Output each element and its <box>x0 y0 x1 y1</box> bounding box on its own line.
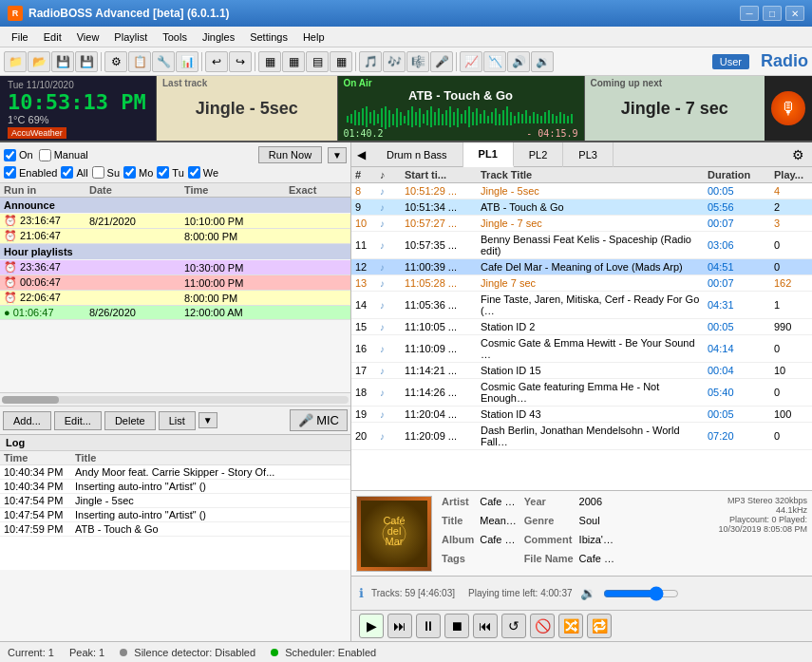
menu-playlist[interactable]: Playlist <box>106 28 155 47</box>
all-checkbox-label[interactable]: All <box>61 166 87 179</box>
tb-stat1[interactable]: 📈 <box>460 51 482 72</box>
tb-btn7[interactable]: ▤ <box>306 51 329 72</box>
menu-help[interactable]: Help <box>295 28 332 47</box>
tb-new[interactable]: 📁 <box>4 51 27 72</box>
enabled-checkbox-label[interactable]: Enabled <box>4 166 57 179</box>
pl-row-4[interactable]: 12 ♪ 11:00:39 ... Cafe Del Mar - Meaning… <box>351 259 812 275</box>
hour-row-1[interactable]: ⏰ 23:36:47 10:30:00 PM <box>0 260 350 275</box>
loop-button[interactable]: ↺ <box>501 614 526 638</box>
su-checkbox-label[interactable]: Su <box>92 166 120 179</box>
mute-button[interactable]: 🚫 <box>530 614 555 638</box>
tb-redo[interactable]: ↪ <box>229 51 252 72</box>
list-dropdown[interactable]: ▼ <box>198 412 217 428</box>
close-button[interactable]: ✕ <box>785 6 804 21</box>
pl-row-7[interactable]: 15 ♪ 11:10:05 ... Station ID 2 00:05 990 <box>351 319 812 335</box>
pl-row-9[interactable]: 17 ♪ 11:14:21 ... Station ID 15 00:04 10 <box>351 363 812 379</box>
announce-row-2[interactable]: ⏰ 21:06:47 8:00:00 PM <box>0 229 350 244</box>
pl-row-1[interactable]: 9 ♪ 10:51:34 ... ATB - Touch & Go 05:56 … <box>351 199 812 216</box>
manual-checkbox[interactable] <box>39 149 51 161</box>
svg-rect-41 <box>502 110 504 125</box>
hour-row-2[interactable]: ⏰ 00:06:47 11:00:00 PM <box>0 275 350 291</box>
mic-button[interactable]: 🎤 MIC <box>290 409 348 431</box>
we-checkbox[interactable] <box>188 166 200 179</box>
rewind-button[interactable]: ⏮ <box>473 614 498 638</box>
tab-pl1[interactable]: PL1 <box>463 142 514 167</box>
pl-row-8[interactable]: 16 ♪ 11:10:09 ... Cosmic Gate & Emma Hew… <box>351 335 812 363</box>
tb-music4[interactable]: 🎤 <box>430 51 453 72</box>
menu-settings[interactable]: Settings <box>242 28 295 47</box>
minimize-button[interactable]: ─ <box>740 6 759 21</box>
shuffle-button[interactable]: 🔀 <box>558 614 583 638</box>
edit-button[interactable]: Edit... <box>54 411 102 430</box>
play-button[interactable]: ▶ <box>359 614 384 638</box>
pl-row-12[interactable]: 20 ♪ 11:20:09 ... Dash Berlin, Jonathan … <box>351 423 812 450</box>
tb-save2[interactable]: 💾 <box>75 51 98 72</box>
run-now-dropdown[interactable]: ▼ <box>328 147 347 163</box>
tb-save[interactable]: 💾 <box>51 51 74 72</box>
tb-music3[interactable]: 🎼 <box>406 51 429 72</box>
tb-music2[interactable]: 🎶 <box>383 51 406 72</box>
su-checkbox[interactable] <box>92 166 104 179</box>
hour-row-3[interactable]: ⏰ 22:06:47 8:00:00 PM <box>0 291 350 306</box>
playlist-table[interactable]: # ♪ Start ti... Track Title Duration Pla… <box>351 167 812 490</box>
tb-stat2[interactable]: 📉 <box>483 51 506 72</box>
tb-btn8[interactable]: ▦ <box>330 51 352 72</box>
pl-row-3[interactable]: 11 ♪ 10:57:35 ... Benny Benassi Feat Kel… <box>351 232 812 259</box>
list-button[interactable]: List <box>159 411 196 430</box>
announce-label: Announce <box>4 199 55 211</box>
pl-row-11[interactable]: 19 ♪ 11:20:04 ... Station ID 43 00:05 10… <box>351 407 812 423</box>
pl-row-5[interactable]: 13 ♪ 11:05:28 ... Jingle 7 sec 00:07 162 <box>351 275 812 292</box>
svg-rect-49 <box>533 112 535 123</box>
tu-checkbox-label[interactable]: Tu <box>157 166 183 179</box>
tb-props[interactable]: 📋 <box>128 51 151 72</box>
tb-btn4[interactable]: 📊 <box>176 51 198 72</box>
announce-row-1[interactable]: ⏰ 23:16:47 8/21/2020 10:10:00 PM <box>0 214 350 229</box>
mo-checkbox-label[interactable]: Mo <box>123 166 153 179</box>
tb-vol[interactable]: 🔊 <box>507 51 530 72</box>
log-scroll[interactable]: 10:40:34 PM Andy Moor feat. Carrie Skipp… <box>0 465 350 570</box>
repeat-button[interactable]: 🔁 <box>587 614 612 638</box>
menu-jingles[interactable]: Jingles <box>195 28 242 47</box>
tab-pl2[interactable]: PL2 <box>514 142 564 167</box>
pl-row-10[interactable]: 18 ♪ 11:14:26 ... Cosmic Gate featuring … <box>351 379 812 407</box>
tab-settings-icon[interactable]: ⚙ <box>784 143 812 166</box>
on-checkbox[interactable] <box>4 149 16 161</box>
delete-button[interactable]: Delete <box>104 411 156 430</box>
menu-edit[interactable]: Edit <box>36 28 69 47</box>
tb-btn3[interactable]: 🔧 <box>152 51 175 72</box>
pause-button[interactable]: ⏸ <box>416 614 441 638</box>
we-checkbox-label[interactable]: We <box>188 166 218 179</box>
add-button[interactable]: Add... <box>3 411 51 430</box>
tb-settings[interactable]: ⚙ <box>104 51 127 72</box>
menu-view[interactable]: View <box>69 28 107 47</box>
maximize-button[interactable]: □ <box>763 6 782 21</box>
tab-drum-n-bass[interactable]: Drum n Bass <box>371 142 463 167</box>
svg-rect-5 <box>366 106 368 127</box>
pl-row-2[interactable]: 10 ♪ 10:57:27 ... Jingle - 7 sec 00:07 3 <box>351 216 812 232</box>
hour-row-4[interactable]: ● 01:06:47 8/26/2020 12:00:00 AM <box>0 306 350 320</box>
tb-audio[interactable]: 🔉 <box>531 51 554 72</box>
tb-btn5[interactable]: ▦ <box>258 51 281 72</box>
skip-button[interactable]: ⏭ <box>387 614 412 638</box>
stop-button[interactable]: ⏹ <box>444 614 469 638</box>
menu-file[interactable]: File <box>4 28 36 47</box>
tab-scroll-left[interactable]: ◀ <box>351 144 371 165</box>
enabled-checkbox[interactable] <box>4 166 16 179</box>
tab-pl3[interactable]: PL3 <box>563 142 614 167</box>
manual-checkbox-label[interactable]: Manual <box>39 149 88 161</box>
all-checkbox[interactable] <box>61 166 73 179</box>
tu-checkbox[interactable] <box>157 166 169 179</box>
log-col-title: Title <box>75 452 347 463</box>
tb-open[interactable]: 📂 <box>28 51 50 72</box>
mo-checkbox[interactable] <box>123 166 136 179</box>
tb-music1[interactable]: 🎵 <box>359 51 382 72</box>
menu-tools[interactable]: Tools <box>155 28 195 47</box>
on-checkbox-label[interactable]: On <box>4 149 33 161</box>
sched-scrollbar[interactable] <box>0 392 350 406</box>
pl-row-0[interactable]: 8 ♪ 10:51:29 ... Jingle - 5sec 00:05 4 <box>351 183 812 199</box>
tb-btn6[interactable]: ▦ <box>282 51 305 72</box>
run-now-button[interactable]: Run Now <box>258 146 322 163</box>
tb-undo[interactable]: ↩ <box>205 51 228 72</box>
pl-row-6[interactable]: 14 ♪ 11:05:36 ... Fine Taste, Jaren, Mit… <box>351 292 812 319</box>
volume-slider[interactable] <box>603 586 679 601</box>
